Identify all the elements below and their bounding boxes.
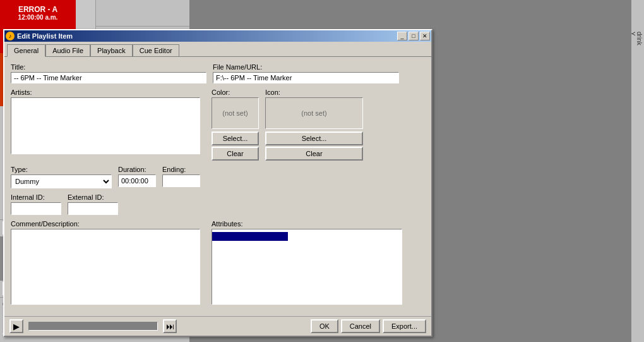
filename-group: File Name/URL: <box>213 63 399 83</box>
icon-preview: (not set) <box>265 97 363 129</box>
duration-group: Duration: <box>118 166 156 188</box>
dialog-title-icon: ♪ <box>6 32 15 40</box>
title-label: Title: <box>11 63 206 71</box>
dialog-window-controls: _ □ ✕ <box>397 32 430 40</box>
type-group: Type: Dummy <box>11 166 112 188</box>
color-preview: (not set) <box>212 97 259 129</box>
type-select[interactable]: Dummy <box>11 174 112 188</box>
edit-playlist-dialog: ♪ Edit Playlist Item _ □ ✕ General Audio… <box>3 29 432 337</box>
dialog-play-button[interactable]: ▶ <box>9 319 23 333</box>
right-panel-text: drinkY <box>631 32 643 46</box>
internal-id-input[interactable] <box>11 202 61 215</box>
title-row: Title: File Name/URL: <box>11 63 425 83</box>
track-icon-a <box>76 0 96 27</box>
color-label: Color: <box>212 89 259 96</box>
filename-label: File Name/URL: <box>213 63 399 71</box>
attributes-panel <box>212 229 402 305</box>
status-text-a: ERROR - A <box>18 5 57 14</box>
dialog-title-area: ♪ Edit Playlist Item <box>6 32 73 40</box>
status-label-a: ERROR - A 12:00:00 a.m. <box>0 0 76 27</box>
internal-id-label: Internal ID: <box>11 193 61 201</box>
export-button[interactable]: Export... <box>383 319 426 333</box>
tab-general[interactable]: General <box>7 44 45 57</box>
clear-color-button[interactable]: Clear <box>212 147 259 161</box>
ending-input[interactable] <box>162 174 200 187</box>
color-group: Color: (not set) <box>212 89 259 129</box>
minimize-button[interactable]: _ <box>397 32 407 40</box>
comment-label: Comment/Description: <box>11 220 200 228</box>
list-item[interactable]: ERROR - A 12:00:00 a.m. <box>0 0 189 27</box>
dialog-tabs: General Audio File Playback Cue Editor <box>4 42 431 57</box>
tab-playback[interactable]: Playback <box>90 44 133 56</box>
comment-attributes-row: Comment/Description: Attributes: <box>11 220 425 305</box>
tab-audio-file[interactable]: Audio File <box>45 44 90 56</box>
track-info-a <box>96 0 189 27</box>
title-input[interactable] <box>11 72 206 83</box>
attributes-group: Attributes: <box>212 220 402 305</box>
right-panel: drinkY <box>631 0 644 342</box>
time-a: 12:00:00 a.m. <box>18 14 58 21</box>
close-dialog-button[interactable]: ✕ <box>420 32 430 40</box>
comment-group: Comment/Description: <box>11 220 200 305</box>
select-icon-button[interactable]: Select... <box>265 131 363 145</box>
duration-input[interactable] <box>118 174 156 187</box>
dialog-titlebar: ♪ Edit Playlist Item _ □ ✕ <box>4 30 431 42</box>
filename-input[interactable] <box>213 72 399 83</box>
maximize-button[interactable]: □ <box>408 32 419 40</box>
cancel-button[interactable]: Cancel <box>341 319 380 333</box>
comment-textarea[interactable] <box>11 229 200 305</box>
duration-label: Duration: <box>118 166 156 173</box>
icon-label: Icon: <box>265 89 363 96</box>
ending-label: Ending: <box>162 166 200 173</box>
clear-icon-button[interactable]: Clear <box>265 147 363 161</box>
ending-group: Ending: <box>162 166 200 188</box>
dialog-title-text: Edit Playlist Item <box>17 32 73 40</box>
type-label: Type: <box>11 166 112 173</box>
color-icon-area: Color: (not set) Icon: (not set) S <box>212 89 363 161</box>
artists-row: Artists: Color: (not set) Icon: (not set… <box>11 89 425 161</box>
ok-button[interactable]: OK <box>311 319 338 333</box>
artists-textarea[interactable] <box>11 97 200 154</box>
dialog-end-button[interactable]: ⏭ <box>163 319 177 333</box>
artists-label: Artists: <box>11 89 200 96</box>
attributes-label: Attributes: <box>212 220 402 228</box>
dialog-bottom-bar: ▶ ⏭ OK Cancel Export... <box>4 316 431 336</box>
icon-group: Icon: (not set) <box>265 89 363 129</box>
attributes-bar <box>212 232 288 241</box>
external-id-input[interactable] <box>68 202 118 215</box>
id-row: Internal ID: External ID: <box>11 193 425 215</box>
type-row: Type: Dummy Duration: Ending: <box>11 166 425 188</box>
dialog-progress-bar <box>28 322 158 331</box>
internal-id-group: Internal ID: <box>11 193 61 215</box>
artists-group: Artists: <box>11 89 200 161</box>
select-color-button[interactable]: Select... <box>212 131 259 145</box>
external-id-label: External ID: <box>68 193 118 201</box>
dialog-general-tab: Title: File Name/URL: Artists: Color: (n <box>4 57 431 316</box>
external-id-group: External ID: <box>68 193 118 215</box>
tab-cue-editor[interactable]: Cue Editor <box>133 44 179 56</box>
title-group: Title: <box>11 63 206 83</box>
